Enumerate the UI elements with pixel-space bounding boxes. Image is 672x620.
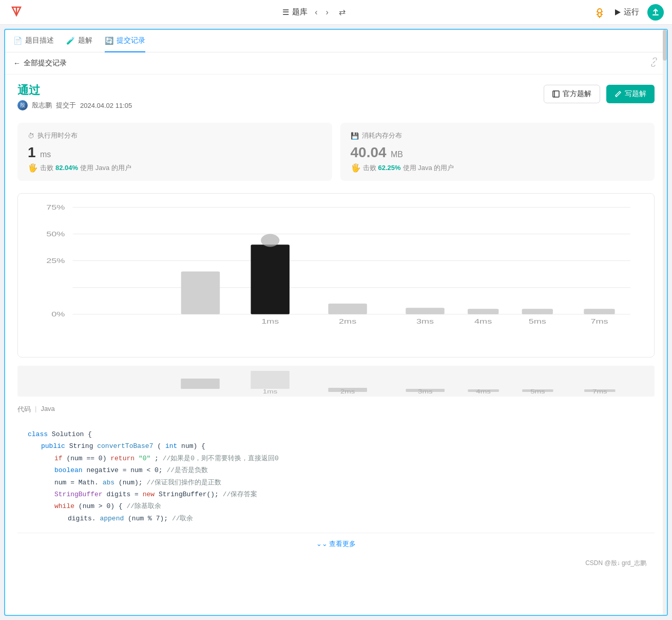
description-icon: 📄 [13, 36, 22, 45]
code-label: 代码 | Java [17, 405, 655, 414]
svg-text:5ms: 5ms [529, 318, 546, 325]
run-btn[interactable]: 运行 [613, 7, 639, 17]
code-text: 代码 [17, 405, 31, 414]
code-line-7: while (num > 0) { //除基取余 [28, 500, 644, 512]
official-solution-label: 官方题解 [563, 89, 591, 99]
svg-text:75%: 75% [46, 203, 65, 211]
time-icon: ⏱ [28, 132, 34, 140]
result-header: 通过 殷 殷志鹏 提交于 2024.04.02 11:05 [17, 83, 132, 110]
code-line-1: class Solution { [28, 428, 644, 440]
shuffle-btn[interactable]: ⇄ [336, 5, 349, 19]
write-solution-btn[interactable]: 写题解 [606, 85, 655, 103]
svg-text:50%: 50% [46, 230, 65, 237]
debug-btn[interactable] [594, 7, 605, 18]
user-name: 殷志鹏 [32, 101, 52, 110]
stats-row: ⏱ 执行用时分布 1 ms 🖐 击败 82.04% 使用 Java 的用户 [17, 123, 655, 181]
tab-description[interactable]: 📄 题目描述 [13, 30, 54, 52]
svg-text:2ms: 2ms [339, 318, 356, 325]
write-solution-label: 写题解 [625, 89, 646, 99]
content-area: 通过 殷 殷志鹏 提交于 2024.04.02 11:05 官方题 [5, 74, 667, 615]
svg-text:7ms: 7ms [590, 318, 608, 325]
time-beat: 🖐 击败 82.04% 使用 Java 的用户 [28, 163, 322, 173]
svg-point-2 [598, 9, 602, 13]
next-problem-btn[interactable]: › [323, 6, 332, 19]
svg-text:7ms: 7ms [592, 389, 607, 394]
svg-rect-38 [251, 371, 290, 389]
time-stat-card: ⏱ 执行用时分布 1 ms 🖐 击败 82.04% 使用 Java 的用户 [17, 123, 332, 181]
svg-text:2ms: 2ms [340, 389, 355, 394]
time-beat-text: 击败 [40, 163, 53, 173]
nav-center: ☰ 题库 ‹ › ⇄ [37, 5, 594, 19]
mem-value: 40.04 [351, 144, 387, 160]
submit-text: 提交于 [56, 101, 76, 110]
code-line-5: num = Math. abs (num); //保证我们操作的是正数 [28, 477, 644, 489]
tab-solution[interactable]: 🧪 题解 [66, 30, 92, 52]
mem-beat-text: 击败 [363, 163, 376, 173]
footer-text: CSDN @殷↓ grd_志鹏 [585, 559, 646, 567]
play-icon [613, 8, 622, 16]
mem-card-title: 💾 消耗内存分布 [351, 131, 645, 140]
left-panel: 📄 题目描述 🧪 题解 🔄 提交记录 ← 全部提交记录 [4, 29, 668, 616]
mem-beat-percent: 62.25% [378, 164, 401, 172]
tab-solution-label: 题解 [78, 36, 92, 45]
time-value: 1 [28, 144, 36, 160]
problem-list-btn[interactable]: ☰ 题库 [282, 7, 308, 17]
svg-rect-3 [598, 13, 601, 16]
svg-rect-28 [468, 309, 498, 314]
scrollbar-thumb[interactable] [663, 30, 667, 61]
svg-text:4ms: 4ms [474, 318, 492, 325]
tab-submissions-label: 提交记录 [117, 36, 145, 45]
svg-text:5ms: 5ms [530, 389, 545, 394]
time-beat-percent: 82.04% [55, 164, 78, 172]
time-beat-icon: 🖐 [28, 163, 38, 173]
back-label: 全部提交记录 [24, 59, 67, 68]
code-line-8: digits. append (num % 7); //取余 [28, 513, 644, 524]
official-solution-btn[interactable]: 官方题解 [544, 85, 600, 103]
tab-submissions[interactable]: 🔄 提交记录 [105, 30, 145, 52]
mem-beat-suffix: 使用 Java 的用户 [403, 163, 454, 173]
code-line-3: if (num == 0) return "0" ; //如果是0，则不需要转换… [28, 453, 644, 464]
page-footer: CSDN @殷↓ grd_志鹏 [17, 555, 655, 572]
svg-rect-37 [181, 379, 220, 389]
view-more-btn[interactable]: ⌄⌄ 查看更多 [17, 533, 655, 555]
submit-time: 2024.04.02 11:05 [80, 102, 132, 109]
scrollbar-track[interactable] [663, 30, 667, 615]
svg-rect-10 [652, 14, 659, 15]
mem-icon: 💾 [351, 132, 359, 140]
run-label: 运行 [624, 7, 639, 17]
svg-rect-27 [406, 308, 444, 314]
back-button[interactable]: ← 全部提交记录 [13, 59, 67, 68]
chain-link-icon [649, 58, 659, 67]
mem-unit: MB [391, 150, 403, 159]
mini-chart: 1ms 2ms 3ms 4ms 5ms 7ms [17, 366, 655, 397]
solution-icon: 🧪 [66, 36, 75, 45]
tabs-bar: 📄 题目描述 🧪 题解 🔄 提交记录 [5, 30, 667, 52]
code-line-2: public String convertToBase7 ( int num) … [28, 440, 644, 452]
mem-beat-icon: 🖐 [351, 163, 361, 173]
view-more-icon: ⌄⌄ [316, 540, 328, 548]
time-distribution-chart: 75% 50% 25% 0% [17, 193, 655, 358]
svg-text:4ms: 4ms [476, 389, 491, 394]
svg-rect-23 [181, 271, 220, 314]
logo[interactable] [8, 4, 25, 21]
mini-chart-svg: 1ms 2ms 3ms 4ms 5ms 7ms [26, 368, 646, 394]
code-line-4: boolean negative = num < 0; //是否是负数 [28, 464, 644, 476]
code-section: 代码 | Java class Solution { public String… [17, 405, 655, 533]
time-beat-suffix: 使用 Java 的用户 [80, 163, 131, 173]
back-bar: ← 全部提交记录 [5, 52, 667, 74]
svg-marker-9 [615, 9, 621, 15]
time-unit: ms [40, 150, 51, 159]
result-meta: 殷 殷志鹏 提交于 2024.04.02 11:05 [17, 100, 132, 110]
upload-btn[interactable] [647, 4, 664, 21]
prev-problem-btn[interactable]: ‹ [312, 6, 320, 19]
svg-rect-30 [584, 309, 615, 314]
problem-list-label: 题库 [292, 7, 308, 17]
svg-point-25 [261, 234, 279, 247]
svg-text:3ms: 3ms [416, 318, 434, 325]
link-icon[interactable] [649, 58, 659, 69]
svg-rect-29 [522, 309, 553, 314]
svg-text:0%: 0% [51, 311, 65, 318]
mem-stat-card: 💾 消耗内存分布 40.04 MB 🖐 击败 62.25% 使用 Java 的用… [340, 123, 655, 181]
svg-text:3ms: 3ms [418, 389, 433, 394]
back-arrow-icon: ← [13, 59, 21, 67]
